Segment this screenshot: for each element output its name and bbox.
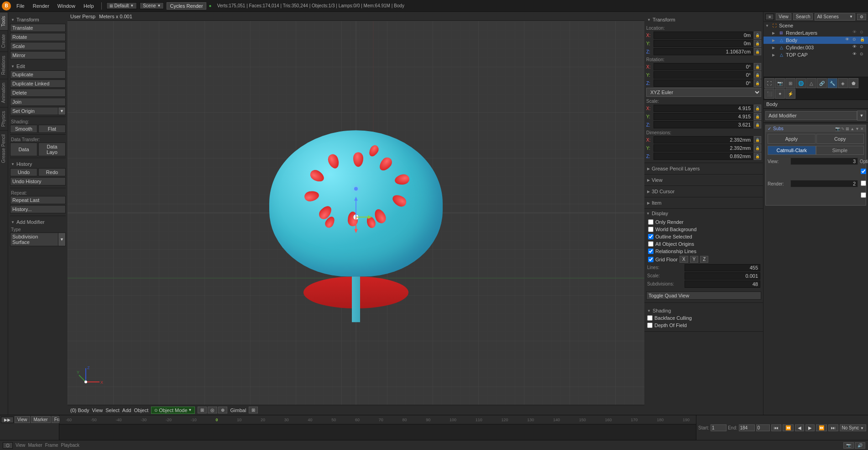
- render-engine-selector[interactable]: Cycles Render: [167, 2, 206, 10]
- outliner-item-body[interactable]: ▶ △ Body 👁 ⊙ 🔒: [763, 37, 868, 44]
- view-header[interactable]: ▶ View: [646, 176, 761, 184]
- timeline-view-btn[interactable]: View: [15, 416, 30, 423]
- rotation-y-field[interactable]: [654, 71, 753, 79]
- snap-btn[interactable]: ⊞: [249, 407, 258, 413]
- prop-icon-material[interactable]: ⬟: [848, 78, 858, 88]
- backface-culling-checkbox[interactable]: [647, 315, 653, 321]
- add-menu[interactable]: Add: [122, 408, 131, 413]
- camera-icon-btn[interactable]: 📷: [843, 442, 854, 449]
- go-start-btn[interactable]: ⏮: [771, 424, 781, 431]
- prop-icon-particles[interactable]: ✦: [775, 89, 785, 99]
- grid-z-btn[interactable]: Z: [700, 256, 708, 263]
- prop-icon-texture[interactable]: ⬛: [764, 89, 774, 99]
- delete-button[interactable]: Delete: [10, 89, 66, 97]
- menu-help[interactable]: Help: [81, 2, 97, 10]
- grid-y-btn[interactable]: Y: [690, 256, 699, 263]
- location-z-lock[interactable]: 🔒: [754, 48, 761, 55]
- add-modifier-section-header[interactable]: Add Modifier: [10, 218, 66, 226]
- tab-grease-pencil[interactable]: Grease Pencil: [0, 130, 8, 167]
- apply-button[interactable]: Apply: [768, 134, 816, 144]
- subdivide-uvs-checkbox[interactable]: [861, 169, 866, 174]
- world-background-checkbox[interactable]: [648, 227, 654, 232]
- set-origin-dropdown[interactable]: Set Origin ▼: [10, 107, 66, 115]
- next-frame-btn[interactable]: ⏩: [816, 424, 827, 431]
- search-outliner-btn[interactable]: Search: [793, 13, 813, 20]
- view-sub-input[interactable]: [790, 158, 858, 165]
- prop-icon-physics[interactable]: ⚡: [785, 89, 795, 99]
- history-section-header[interactable]: History: [10, 160, 66, 168]
- prop-icon-object[interactable]: △: [806, 78, 816, 88]
- grease-pencil-header[interactable]: ▶ Grease Pencil Layers: [646, 165, 761, 172]
- grid-floor-checkbox[interactable]: [648, 257, 654, 262]
- render-sub-input[interactable]: [790, 180, 858, 187]
- scale-x-field[interactable]: [654, 105, 753, 112]
- orbit-btn[interactable]: ◎: [208, 407, 217, 413]
- mod-up-icon[interactable]: ▲: [850, 127, 854, 131]
- timeline-editor-type[interactable]: ▶▶: [1, 417, 14, 423]
- scale-row-field[interactable]: [685, 272, 760, 280]
- viewport[interactable]: User Persp Meters x 0.001: [68, 12, 644, 415]
- display-header[interactable]: ▼ Display: [644, 209, 763, 218]
- copy-button[interactable]: Copy: [816, 134, 864, 144]
- shading-section-header[interactable]: Shading: [646, 307, 761, 315]
- only-render-checkbox[interactable]: [648, 219, 654, 225]
- object-mode-selector[interactable]: ⊙ Object Mode ▼: [151, 407, 195, 414]
- item-header[interactable]: ▶ Item: [646, 199, 761, 206]
- add-modifier-arrow[interactable]: ▼: [857, 111, 866, 121]
- toggle-quad-btn[interactable]: Toggle Quad View: [646, 291, 761, 300]
- duplicate-button[interactable]: Duplicate: [10, 70, 66, 79]
- num-pad-5[interactable]: ⊞: [198, 407, 207, 413]
- rotate-button[interactable]: Rotate: [10, 33, 66, 41]
- optimal-display-checkbox[interactable]: [861, 180, 866, 186]
- dim-y-lock[interactable]: 🔒: [754, 144, 761, 152]
- object-menu[interactable]: Object: [134, 408, 148, 413]
- rotation-z-lock[interactable]: 🔒: [754, 79, 761, 87]
- grid-x-btn[interactable]: X: [680, 256, 688, 263]
- location-x-field[interactable]: [654, 32, 753, 39]
- location-y-field[interactable]: [654, 40, 753, 47]
- prop-icon-world[interactable]: 🌐: [796, 78, 806, 88]
- history-button[interactable]: History...: [10, 205, 66, 213]
- menu-render[interactable]: Render: [30, 2, 52, 10]
- duplicate-linked-button[interactable]: Duplicate Linked: [10, 79, 66, 88]
- scale-z-lock[interactable]: 🔒: [754, 121, 761, 128]
- redo-button[interactable]: Redo: [38, 168, 66, 176]
- outliner-item-scene[interactable]: ▼ ⛶ Scene: [763, 22, 868, 29]
- prop-icon-data[interactable]: ◈: [838, 78, 848, 88]
- prop-icon-layers[interactable]: ⊞: [785, 78, 795, 88]
- undo-button[interactable]: Undo: [10, 168, 37, 176]
- mod-viewport-icon[interactable]: ⊞: [846, 127, 849, 131]
- prev-frame-btn[interactable]: ⏪: [783, 424, 794, 431]
- prop-icon-constraints[interactable]: 🔗: [817, 78, 827, 88]
- viewport-canvas[interactable]: X Y Z: [68, 21, 644, 405]
- set-origin-button[interactable]: Set Origin: [10, 107, 58, 115]
- tab-relations[interactable]: Relations: [0, 52, 8, 79]
- rotation-x-lock[interactable]: 🔒: [754, 63, 761, 70]
- catmull-clark-btn[interactable]: Catmull-Clark: [768, 146, 816, 155]
- end-frame-input[interactable]: [739, 424, 755, 431]
- join-button[interactable]: Join: [10, 98, 66, 106]
- tab-create[interactable]: Create: [0, 30, 8, 52]
- current-frame-input[interactable]: [756, 424, 770, 431]
- mod-down-icon[interactable]: ▼: [855, 127, 859, 131]
- all-object-origins-checkbox[interactable]: [648, 241, 654, 247]
- outliner-item-top-cap[interactable]: ▶ △ TOP CAP 👁 ⊙: [763, 51, 868, 58]
- tab-tools[interactable]: Tools: [0, 12, 8, 30]
- outliner-options-btn[interactable]: ⚙: [857, 14, 866, 20]
- lines-field[interactable]: [685, 264, 760, 271]
- location-x-lock[interactable]: 🔒: [754, 32, 761, 39]
- scene-selector-outliner[interactable]: All Scenes ▼: [815, 13, 855, 21]
- simple-btn[interactable]: Simple: [816, 146, 864, 155]
- prop-icon-render[interactable]: 📷: [775, 78, 785, 88]
- editor-type-button[interactable]: ⊞ Default ▼: [106, 2, 137, 9]
- edit-section-header[interactable]: Edit: [10, 62, 66, 70]
- dim-y-field[interactable]: [654, 144, 753, 152]
- prop-icon-modifier[interactable]: 🔧: [827, 78, 837, 88]
- undo-history-button[interactable]: Undo History: [10, 177, 66, 185]
- subdivision-surface-dropdown[interactable]: Subdivision Surface ▼: [10, 233, 66, 246]
- subdivisions-field[interactable]: [685, 281, 760, 288]
- dim-x-field[interactable]: [654, 136, 753, 143]
- start-frame-input[interactable]: [711, 424, 727, 431]
- repeat-last-button[interactable]: Repeat Last: [10, 196, 66, 204]
- outline-selected-checkbox[interactable]: [648, 234, 654, 239]
